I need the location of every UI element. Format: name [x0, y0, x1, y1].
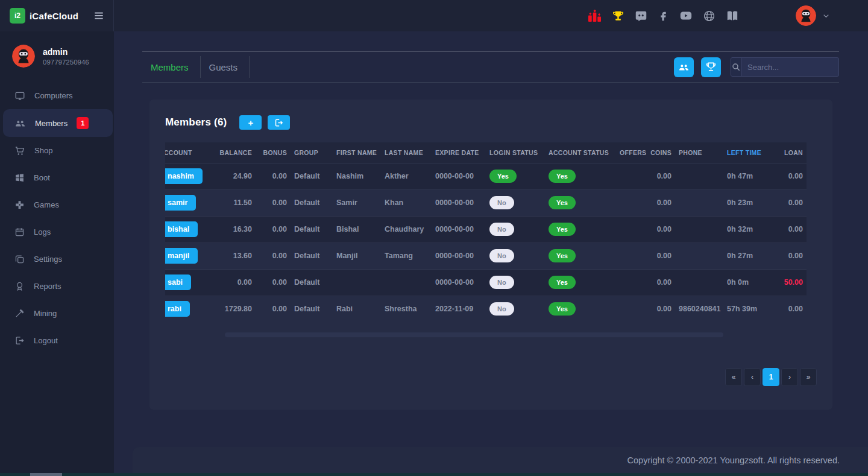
- trophy-icon[interactable]: [612, 10, 624, 22]
- globe-icon[interactable]: [703, 10, 715, 22]
- account-button[interactable]: sabi: [165, 274, 191, 290]
- cell-phone: [675, 216, 723, 243]
- login-status-badge[interactable]: No: [489, 302, 514, 316]
- cell-group: Default: [291, 216, 333, 243]
- account-status-badge[interactable]: Yes: [549, 223, 576, 236]
- cell-phone: [675, 269, 723, 296]
- user-avatar[interactable]: [796, 5, 816, 26]
- flagged-value: 50.00: [784, 278, 803, 287]
- add-member-button[interactable]: +: [239, 115, 262, 130]
- column-header-coins[interactable]: COINS: [646, 142, 675, 163]
- horizontal-scrollbar-thumb[interactable]: [225, 332, 723, 337]
- column-header-account[interactable]: ACCOUNT: [165, 142, 213, 163]
- sidebar-item-settings[interactable]: Settings: [0, 246, 114, 273]
- card-header: Members(6) +: [165, 100, 817, 130]
- table-row: samir11.500.00DefaultSamirKhan0000-00-00…: [165, 189, 807, 216]
- hamburger-menu-icon[interactable]: [93, 10, 105, 22]
- sidebar-user-block: admin 097797250946: [0, 31, 114, 82]
- facebook-icon[interactable]: [658, 10, 669, 22]
- cell-login_status: No: [486, 216, 545, 243]
- column-header-group[interactable]: GROUP: [291, 142, 333, 163]
- tab-members[interactable]: Members: [142, 62, 200, 72]
- page-scrollbar-thumb[interactable]: [30, 473, 62, 476]
- cell-account_status: Yes: [545, 296, 616, 322]
- account-status-badge[interactable]: Yes: [549, 276, 576, 289]
- cell-bonus: 0.00: [256, 243, 291, 269]
- sidebar-item-computers[interactable]: Computers: [0, 82, 114, 109]
- table-row: nashim24.900.00DefaultNashimAkther0000-0…: [165, 163, 807, 189]
- sidebar-item-reports[interactable]: Reports: [0, 273, 114, 300]
- column-header-loan[interactable]: LOAN: [774, 142, 807, 163]
- docs-icon[interactable]: [726, 10, 739, 22]
- column-header-expire-date[interactable]: EXPIRE DATE: [432, 142, 486, 163]
- column-header-first-name[interactable]: FIRST NAME: [333, 142, 381, 163]
- column-header-account-status[interactable]: ACCOUNT STATUS: [545, 142, 616, 163]
- login-status-badge[interactable]: No: [489, 223, 514, 236]
- pagination-next[interactable]: ›: [781, 368, 798, 386]
- sidebar-item-label: Logs: [34, 227, 51, 236]
- cell-account: manjil: [165, 243, 213, 269]
- pagination-prev[interactable]: ‹: [744, 368, 761, 386]
- cell-first_name: [333, 269, 381, 296]
- cell-account: rabi: [165, 296, 213, 322]
- pagination-page-1[interactable]: 1: [763, 368, 779, 386]
- cell-left_time: 0h 32m: [723, 216, 774, 243]
- cell-group: Default: [291, 296, 333, 322]
- column-header-bonus[interactable]: BONUS: [256, 142, 291, 163]
- column-header-balance[interactable]: BALANCE: [213, 142, 256, 163]
- account-button[interactable]: nashim: [165, 168, 203, 184]
- sidebar-item-label: Mining: [34, 309, 57, 318]
- login-status-badge[interactable]: No: [489, 196, 514, 209]
- account-status-badge[interactable]: Yes: [549, 170, 576, 183]
- account-status-badge[interactable]: Yes: [549, 196, 576, 209]
- cell-balance: 13.60: [213, 243, 256, 269]
- cell-expire_date: 0000-00-00: [432, 216, 486, 243]
- cell-login_status: No: [486, 189, 545, 216]
- members-group-button[interactable]: [674, 57, 694, 77]
- column-header-login-status[interactable]: LOGIN STATUS: [486, 142, 545, 163]
- sidebar-item-boot[interactable]: Boot: [0, 164, 114, 191]
- sidebar-item-games[interactable]: Games: [0, 191, 114, 218]
- sidebar-item-logs[interactable]: Logs: [0, 218, 114, 246]
- column-header-phone[interactable]: PHONE: [675, 142, 723, 163]
- account-status-badge[interactable]: Yes: [549, 249, 576, 262]
- leaderboard-icon[interactable]: [588, 10, 602, 22]
- sidebar-item-mining[interactable]: Mining: [0, 300, 114, 327]
- table-row: sabi0.000.00Default0000-00-00NoYes0.000h…: [165, 269, 807, 296]
- account-button[interactable]: samir: [165, 195, 196, 211]
- search-input[interactable]: [741, 63, 839, 72]
- account-button[interactable]: rabi: [165, 301, 190, 317]
- sidebar-item-logout[interactable]: Logout: [0, 327, 114, 354]
- chevron-down-icon[interactable]: [822, 11, 831, 21]
- page-title: Members(6): [165, 116, 227, 129]
- pagination-first[interactable]: «: [725, 368, 742, 386]
- youtube-icon[interactable]: [679, 9, 693, 22]
- members-count: (6): [214, 116, 227, 128]
- column-header-last-name[interactable]: LAST NAME: [381, 142, 432, 163]
- login-status-badge[interactable]: No: [489, 249, 514, 262]
- sidebar-item-shop[interactable]: Shop: [0, 137, 114, 164]
- pagination-last[interactable]: »: [800, 368, 817, 386]
- account-button[interactable]: bishal: [165, 221, 198, 237]
- members-table-wrap: ACCOUNTBALANCEBONUSGROUPFIRST NAMELAST N…: [165, 142, 817, 322]
- tab-guests[interactable]: Guests: [201, 62, 250, 72]
- account-button[interactable]: manjil: [165, 248, 198, 264]
- cell-first_name: Nashim: [333, 163, 381, 189]
- column-header-left-time[interactable]: LEFT TIME: [723, 142, 774, 163]
- cell-balance: 0.00: [213, 269, 256, 296]
- tournament-button[interactable]: [701, 57, 721, 77]
- users-icon: [14, 118, 26, 129]
- discord-icon[interactable]: [635, 10, 647, 22]
- login-status-badge[interactable]: No: [489, 276, 514, 289]
- cell-first_name: Rabi: [333, 296, 381, 322]
- user-phone: 097797250946: [43, 59, 89, 66]
- column-header-offers[interactable]: OFFERS: [616, 142, 646, 163]
- pagination: «‹1›»: [723, 368, 817, 386]
- sidebar-item-members[interactable]: Members1: [3, 109, 113, 137]
- sidebar-item-label: Members: [35, 119, 68, 128]
- cell-account_status: Yes: [545, 216, 616, 243]
- tab-bar: Members Guests: [142, 51, 839, 83]
- export-button[interactable]: [268, 115, 290, 130]
- login-status-badge[interactable]: Yes: [489, 170, 517, 183]
- account-status-badge[interactable]: Yes: [549, 302, 576, 316]
